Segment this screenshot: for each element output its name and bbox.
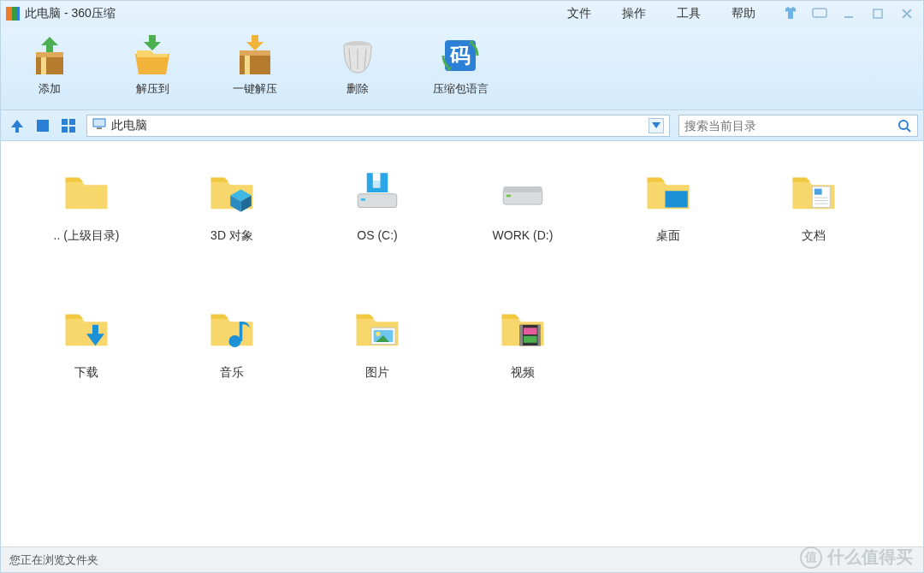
item-pictures[interactable]: 图片 [309,295,446,423]
toolbar-extract-to-label: 解压到 [136,81,169,97]
svg-rect-1 [12,7,16,21]
item-label: .. (上级目录) [54,228,120,244]
close-button[interactable] [896,5,918,22]
svg-rect-25 [62,127,68,133]
item-label: 音乐 [220,365,244,381]
view-grid-button[interactable] [57,115,80,137]
status-text: 您正在浏览文件夹 [9,552,98,568]
svg-rect-36 [361,198,365,201]
svg-rect-9 [36,52,63,57]
search-box[interactable] [678,115,918,137]
item-downloads[interactable]: 下载 [18,295,155,423]
toolbar-archive-language-label: 压缩包语言 [433,81,489,97]
svg-rect-5 [874,9,882,18]
view-large-icons-button[interactable] [32,115,54,137]
item-label: 图片 [365,365,389,381]
trash-icon [337,35,378,76]
window-title: 此电脑 - 360压缩 [25,6,116,21]
watermark-badge: 值 [800,546,822,569]
svg-rect-43 [666,191,688,207]
toolbar-one-click-extract-label: 一键解压 [233,81,277,97]
address-dropdown-button[interactable] [649,118,664,133]
item-desktop[interactable]: 桌面 [600,158,737,286]
toolbar-add-label: 添加 [38,81,61,97]
svg-rect-27 [93,119,105,127]
menu-help[interactable]: 帮助 [716,6,771,21]
item-documents[interactable]: 文档 [745,158,882,286]
svg-rect-2 [16,7,20,21]
svg-rect-10 [41,57,46,74]
svg-rect-42 [503,186,542,192]
extract-to-icon [132,35,173,76]
drive-d-icon [495,165,550,220]
svg-rect-50 [240,322,243,341]
svg-rect-38 [373,173,381,180]
address-bar-text: 此电脑 [111,118,147,133]
item-drive-c[interactable]: OS (C:) [309,158,446,286]
folder-documents-icon [786,165,841,220]
menu-tools[interactable]: 工具 [661,6,716,21]
toolbar-delete-label: 删除 [346,81,369,97]
item-videos[interactable]: 视频 [454,295,591,423]
svg-rect-28 [97,127,102,129]
item-3d-objects[interactable]: 3D 对象 [163,158,300,286]
svg-line-31 [907,128,910,132]
item-label: 桌面 [656,228,680,244]
svg-rect-41 [506,195,511,198]
toolbar-archive-language-button[interactable]: 码 压缩包语言 [422,32,499,97]
toolbar-delete-button[interactable]: 删除 [319,32,396,97]
svg-marker-29 [652,122,660,128]
address-bar[interactable]: 此电脑 [86,115,670,137]
svg-rect-26 [69,127,75,133]
item-label: 文档 [802,228,826,244]
app-icon [6,7,20,21]
nav-up-button[interactable] [6,115,28,137]
svg-rect-3 [813,9,826,17]
folder-icon [59,165,114,220]
minimize-button[interactable] [838,5,860,22]
svg-rect-58 [524,328,537,334]
one-click-extract-icon [234,35,275,76]
archive-language-icon: 码 [440,35,481,76]
feedback-icon[interactable] [808,5,831,22]
item-label: 下载 [74,365,98,381]
svg-rect-12 [240,50,270,56]
watermark: 值 什么值得买 [800,546,913,569]
svg-rect-57 [538,325,542,346]
svg-rect-39 [373,180,381,188]
folder-3d-icon [204,165,259,220]
folder-videos-icon [495,302,550,357]
computer-icon [92,118,106,133]
watermark-text: 什么值得买 [827,546,913,569]
folder-music-icon [204,302,259,357]
add-archive-icon [29,35,70,76]
drive-c-icon [350,165,405,220]
menu-file[interactable]: 文件 [552,6,607,21]
folder-pictures-icon [350,302,405,357]
item-drive-d[interactable]: WORK (D:) [454,158,591,286]
toolbar-extract-to-button[interactable]: 解压到 [114,32,191,97]
item-music[interactable]: 音乐 [163,295,300,423]
search-icon[interactable] [897,118,912,133]
item-label: WORK (D:) [493,228,554,242]
svg-rect-13 [245,56,250,74]
svg-rect-0 [6,7,12,21]
svg-point-30 [899,121,908,129]
svg-rect-59 [524,336,537,343]
item-parent-directory[interactable]: .. (上级目录) [18,158,155,286]
folder-desktop-icon [641,165,696,220]
toolbar-add-button[interactable]: 添加 [11,32,88,97]
svg-rect-23 [62,119,68,125]
search-input[interactable] [684,119,897,133]
folder-downloads-icon [59,302,114,357]
svg-rect-24 [69,119,75,125]
svg-point-53 [376,332,380,336]
menu-operate[interactable]: 操作 [607,6,661,21]
item-label: OS (C:) [357,228,397,242]
svg-point-49 [229,335,241,347]
skin-icon[interactable] [779,5,802,22]
toolbar-one-click-extract-button[interactable]: 一键解压 [216,32,293,97]
svg-rect-56 [520,325,524,346]
svg-rect-45 [814,189,822,195]
maximize-button[interactable] [867,5,889,22]
